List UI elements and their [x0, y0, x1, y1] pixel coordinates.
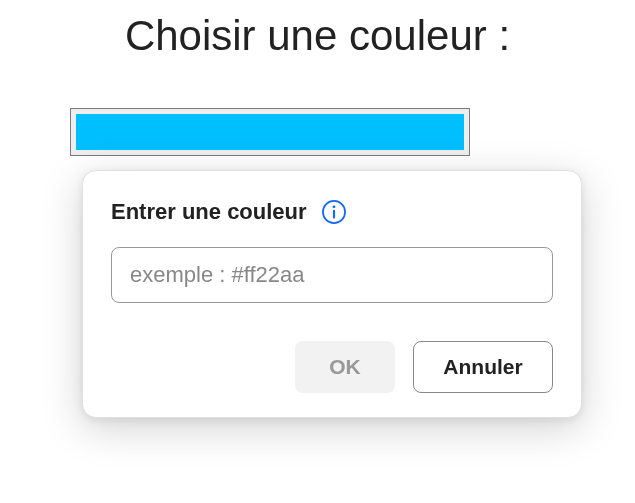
svg-rect-2 — [333, 210, 335, 219]
popup-title: Entrer une couleur — [111, 199, 307, 225]
popup-header: Entrer une couleur — [111, 199, 553, 225]
info-icon[interactable] — [321, 199, 347, 225]
color-entry-popup: Entrer une couleur OK Annuler — [82, 170, 582, 418]
svg-point-1 — [332, 205, 335, 208]
color-swatch — [76, 114, 464, 150]
button-row: OK Annuler — [111, 341, 553, 393]
ok-button[interactable]: OK — [295, 341, 395, 393]
color-swatch-button[interactable] — [70, 108, 470, 156]
page-title: Choisir une couleur : — [0, 0, 635, 60]
color-input[interactable] — [111, 247, 553, 303]
cancel-button[interactable]: Annuler — [413, 341, 553, 393]
